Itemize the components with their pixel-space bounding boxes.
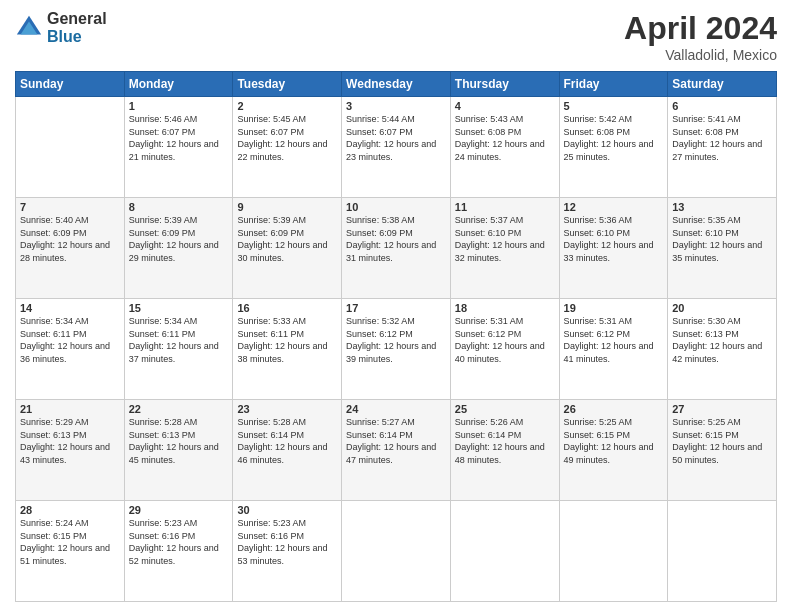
- calendar-cell: 5Sunrise: 5:42 AMSunset: 6:08 PMDaylight…: [559, 97, 668, 198]
- day-info: Sunrise: 5:37 AMSunset: 6:10 PMDaylight:…: [455, 214, 555, 264]
- day-number: 16: [237, 302, 337, 314]
- week-row-1: 7Sunrise: 5:40 AMSunset: 6:09 PMDaylight…: [16, 198, 777, 299]
- day-number: 6: [672, 100, 772, 112]
- week-row-4: 28Sunrise: 5:24 AMSunset: 6:15 PMDayligh…: [16, 501, 777, 602]
- weekday-header-sunday: Sunday: [16, 72, 125, 97]
- day-number: 12: [564, 201, 664, 213]
- day-number: 10: [346, 201, 446, 213]
- calendar-cell: 29Sunrise: 5:23 AMSunset: 6:16 PMDayligh…: [124, 501, 233, 602]
- day-number: 19: [564, 302, 664, 314]
- logo-text: General Blue: [47, 10, 107, 45]
- day-number: 1: [129, 100, 229, 112]
- calendar-cell: 3Sunrise: 5:44 AMSunset: 6:07 PMDaylight…: [342, 97, 451, 198]
- day-number: 21: [20, 403, 120, 415]
- week-row-2: 14Sunrise: 5:34 AMSunset: 6:11 PMDayligh…: [16, 299, 777, 400]
- week-row-3: 21Sunrise: 5:29 AMSunset: 6:13 PMDayligh…: [16, 400, 777, 501]
- day-number: 7: [20, 201, 120, 213]
- day-number: 8: [129, 201, 229, 213]
- day-number: 27: [672, 403, 772, 415]
- header: General Blue April 2024 Valladolid, Mexi…: [15, 10, 777, 63]
- calendar-cell: 13Sunrise: 5:35 AMSunset: 6:10 PMDayligh…: [668, 198, 777, 299]
- day-info: Sunrise: 5:29 AMSunset: 6:13 PMDaylight:…: [20, 416, 120, 466]
- day-number: 30: [237, 504, 337, 516]
- day-info: Sunrise: 5:31 AMSunset: 6:12 PMDaylight:…: [564, 315, 664, 365]
- day-info: Sunrise: 5:44 AMSunset: 6:07 PMDaylight:…: [346, 113, 446, 163]
- day-info: Sunrise: 5:45 AMSunset: 6:07 PMDaylight:…: [237, 113, 337, 163]
- day-info: Sunrise: 5:38 AMSunset: 6:09 PMDaylight:…: [346, 214, 446, 264]
- main-title: April 2024: [624, 10, 777, 47]
- day-info: Sunrise: 5:34 AMSunset: 6:11 PMDaylight:…: [129, 315, 229, 365]
- calendar-table: SundayMondayTuesdayWednesdayThursdayFrid…: [15, 71, 777, 602]
- day-number: 5: [564, 100, 664, 112]
- calendar-cell: [16, 97, 125, 198]
- calendar-cell: 21Sunrise: 5:29 AMSunset: 6:13 PMDayligh…: [16, 400, 125, 501]
- calendar-cell: 24Sunrise: 5:27 AMSunset: 6:14 PMDayligh…: [342, 400, 451, 501]
- calendar-cell: 18Sunrise: 5:31 AMSunset: 6:12 PMDayligh…: [450, 299, 559, 400]
- calendar-cell: 28Sunrise: 5:24 AMSunset: 6:15 PMDayligh…: [16, 501, 125, 602]
- day-info: Sunrise: 5:26 AMSunset: 6:14 PMDaylight:…: [455, 416, 555, 466]
- calendar-cell: 22Sunrise: 5:28 AMSunset: 6:13 PMDayligh…: [124, 400, 233, 501]
- day-number: 20: [672, 302, 772, 314]
- calendar-cell: 23Sunrise: 5:28 AMSunset: 6:14 PMDayligh…: [233, 400, 342, 501]
- day-info: Sunrise: 5:40 AMSunset: 6:09 PMDaylight:…: [20, 214, 120, 264]
- calendar-cell: 26Sunrise: 5:25 AMSunset: 6:15 PMDayligh…: [559, 400, 668, 501]
- page: General Blue April 2024 Valladolid, Mexi…: [0, 0, 792, 612]
- day-number: 15: [129, 302, 229, 314]
- calendar-cell: 25Sunrise: 5:26 AMSunset: 6:14 PMDayligh…: [450, 400, 559, 501]
- calendar-cell: [342, 501, 451, 602]
- day-info: Sunrise: 5:34 AMSunset: 6:11 PMDaylight:…: [20, 315, 120, 365]
- day-number: 11: [455, 201, 555, 213]
- logo: General Blue: [15, 10, 107, 45]
- weekday-header-saturday: Saturday: [668, 72, 777, 97]
- calendar-cell: [559, 501, 668, 602]
- day-info: Sunrise: 5:39 AMSunset: 6:09 PMDaylight:…: [237, 214, 337, 264]
- day-number: 26: [564, 403, 664, 415]
- day-info: Sunrise: 5:28 AMSunset: 6:14 PMDaylight:…: [237, 416, 337, 466]
- day-info: Sunrise: 5:25 AMSunset: 6:15 PMDaylight:…: [564, 416, 664, 466]
- calendar-cell: [668, 501, 777, 602]
- calendar-cell: 20Sunrise: 5:30 AMSunset: 6:13 PMDayligh…: [668, 299, 777, 400]
- header-row: SundayMondayTuesdayWednesdayThursdayFrid…: [16, 72, 777, 97]
- calendar-cell: 14Sunrise: 5:34 AMSunset: 6:11 PMDayligh…: [16, 299, 125, 400]
- day-number: 22: [129, 403, 229, 415]
- calendar-cell: 4Sunrise: 5:43 AMSunset: 6:08 PMDaylight…: [450, 97, 559, 198]
- day-number: 23: [237, 403, 337, 415]
- calendar-cell: 10Sunrise: 5:38 AMSunset: 6:09 PMDayligh…: [342, 198, 451, 299]
- weekday-header-monday: Monday: [124, 72, 233, 97]
- day-info: Sunrise: 5:42 AMSunset: 6:08 PMDaylight:…: [564, 113, 664, 163]
- calendar-cell: 2Sunrise: 5:45 AMSunset: 6:07 PMDaylight…: [233, 97, 342, 198]
- day-number: 4: [455, 100, 555, 112]
- calendar-cell: 30Sunrise: 5:23 AMSunset: 6:16 PMDayligh…: [233, 501, 342, 602]
- calendar-cell: 19Sunrise: 5:31 AMSunset: 6:12 PMDayligh…: [559, 299, 668, 400]
- day-info: Sunrise: 5:31 AMSunset: 6:12 PMDaylight:…: [455, 315, 555, 365]
- title-block: April 2024 Valladolid, Mexico: [624, 10, 777, 63]
- logo-icon: [15, 14, 43, 42]
- day-info: Sunrise: 5:28 AMSunset: 6:13 PMDaylight:…: [129, 416, 229, 466]
- calendar-cell: 11Sunrise: 5:37 AMSunset: 6:10 PMDayligh…: [450, 198, 559, 299]
- day-number: 28: [20, 504, 120, 516]
- weekday-header-tuesday: Tuesday: [233, 72, 342, 97]
- calendar-cell: 15Sunrise: 5:34 AMSunset: 6:11 PMDayligh…: [124, 299, 233, 400]
- day-number: 25: [455, 403, 555, 415]
- day-info: Sunrise: 5:23 AMSunset: 6:16 PMDaylight:…: [129, 517, 229, 567]
- day-info: Sunrise: 5:39 AMSunset: 6:09 PMDaylight:…: [129, 214, 229, 264]
- calendar-cell: 8Sunrise: 5:39 AMSunset: 6:09 PMDaylight…: [124, 198, 233, 299]
- day-info: Sunrise: 5:32 AMSunset: 6:12 PMDaylight:…: [346, 315, 446, 365]
- day-number: 14: [20, 302, 120, 314]
- day-number: 17: [346, 302, 446, 314]
- day-info: Sunrise: 5:36 AMSunset: 6:10 PMDaylight:…: [564, 214, 664, 264]
- weekday-header-wednesday: Wednesday: [342, 72, 451, 97]
- logo-general: General: [47, 10, 107, 28]
- calendar-cell: 6Sunrise: 5:41 AMSunset: 6:08 PMDaylight…: [668, 97, 777, 198]
- logo-blue: Blue: [47, 28, 107, 46]
- calendar-cell: 16Sunrise: 5:33 AMSunset: 6:11 PMDayligh…: [233, 299, 342, 400]
- week-row-0: 1Sunrise: 5:46 AMSunset: 6:07 PMDaylight…: [16, 97, 777, 198]
- day-info: Sunrise: 5:24 AMSunset: 6:15 PMDaylight:…: [20, 517, 120, 567]
- day-info: Sunrise: 5:33 AMSunset: 6:11 PMDaylight:…: [237, 315, 337, 365]
- calendar-cell: 7Sunrise: 5:40 AMSunset: 6:09 PMDaylight…: [16, 198, 125, 299]
- calendar-cell: 1Sunrise: 5:46 AMSunset: 6:07 PMDaylight…: [124, 97, 233, 198]
- day-number: 3: [346, 100, 446, 112]
- day-number: 13: [672, 201, 772, 213]
- day-number: 18: [455, 302, 555, 314]
- day-info: Sunrise: 5:41 AMSunset: 6:08 PMDaylight:…: [672, 113, 772, 163]
